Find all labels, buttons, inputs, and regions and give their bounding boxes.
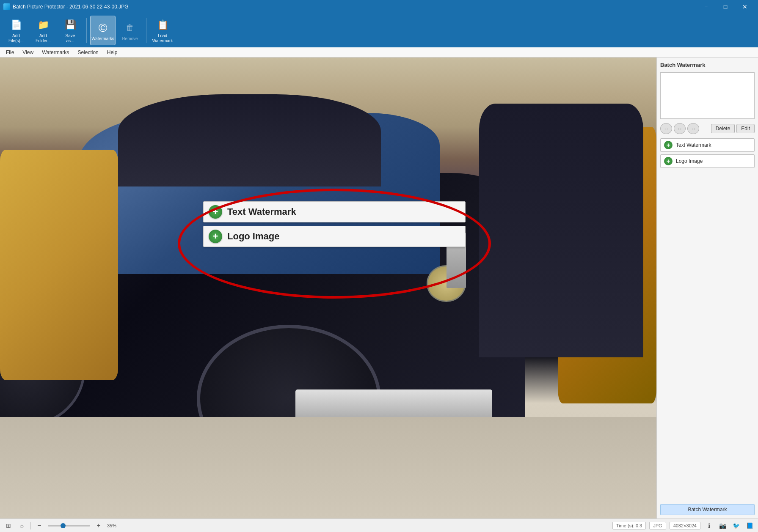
zoom-slider[interactable] <box>48 525 90 527</box>
popup-text-watermark-item[interactable]: + Text Watermark <box>203 201 466 222</box>
toolbar-separator-1 <box>86 18 87 43</box>
load-watermark-icon: 📋 <box>155 17 170 33</box>
main-area: + Text Watermark + Logo Image Batch Wate… <box>0 58 758 518</box>
panel-text-watermark-label: Text Watermark <box>676 142 711 148</box>
popup-logo-image-label: Logo Image <box>227 231 279 242</box>
batch-watermark-button[interactable]: Batch Watermark <box>660 504 755 515</box>
status-icon-left[interactable]: ⊞ <box>3 521 14 531</box>
close-button[interactable]: ✕ <box>735 0 755 14</box>
menu-watermarks[interactable]: Watermarks <box>38 49 73 56</box>
toolbar-watermarks[interactable]: © Watermarks <box>90 16 116 45</box>
toolbar: 📄 AddFile(s)... 📁 AddFolder... 💾 Saveas.… <box>0 14 758 47</box>
facebook-icon[interactable]: 📘 <box>744 521 755 531</box>
toolbar-save-as[interactable]: 💾 Saveas... <box>58 16 83 45</box>
toolbar-load-watermark[interactable]: 📋 LoadWatermark <box>150 16 175 45</box>
panel-spacer-bottom <box>660 170 755 502</box>
load-watermark-label: LoadWatermark <box>152 33 173 44</box>
panel-text-watermark-item[interactable]: + Text Watermark <box>660 138 755 152</box>
window-controls: − □ ✕ <box>696 0 755 14</box>
add-folder-label: AddFolder... <box>36 33 51 44</box>
image-area: + Text Watermark + Logo Image <box>0 58 656 518</box>
panel-icon-btn-1[interactable]: ○ <box>660 123 672 134</box>
watermarks-icon: © <box>95 20 110 36</box>
panel-logo-image-icon: + <box>664 157 673 165</box>
zoom-level: 35% <box>107 523 116 528</box>
menu-file[interactable]: File <box>2 49 18 56</box>
menu-view[interactable]: View <box>18 49 38 56</box>
status-icon-sun[interactable]: ☼ <box>17 521 27 531</box>
app-icon <box>3 3 10 10</box>
panel-title: Batch Watermark <box>660 61 755 70</box>
title-bar: Batch Picture Protector - 2021-06-30 22-… <box>0 0 758 14</box>
menu-help[interactable]: Help <box>103 49 122 56</box>
remove-label: Remove <box>122 36 138 41</box>
remove-icon: 🗑 <box>122 20 138 36</box>
popup-logo-image-add-btn[interactable]: + <box>209 230 222 243</box>
menu-selection[interactable]: Selection <box>73 49 102 56</box>
add-files-label: AddFile(s)... <box>8 33 24 44</box>
toolbar-add-files[interactable]: 📄 AddFile(s)... <box>3 16 29 45</box>
window-title: Batch Picture Protector - 2021-06-30 22-… <box>13 4 128 10</box>
panel-logo-image-item[interactable]: + Logo Image <box>660 154 755 168</box>
toolbar-add-folder[interactable]: 📁 AddFolder... <box>30 16 56 45</box>
watermarks-label: Watermarks <box>91 36 114 41</box>
popup-text-watermark-label: Text Watermark <box>227 206 296 217</box>
zoom-thumb <box>61 523 66 528</box>
format-info: JPG <box>649 522 666 529</box>
time-info: Time (s): 0.3 <box>612 522 646 529</box>
dimensions-info: 4032×3024 <box>670 522 700 529</box>
panel-text-watermark-icon: + <box>664 141 673 149</box>
toolbar-separator-2 <box>146 18 146 43</box>
watermark-popup: + Text Watermark + Logo Image <box>203 201 466 250</box>
panel-icon-btn-2[interactable]: ○ <box>674 123 686 134</box>
panel-icon-btn-3[interactable]: ○ <box>687 123 699 134</box>
menubar: File View Watermarks Selection Help <box>0 47 758 58</box>
twitter-icon[interactable]: 🐦 <box>731 521 741 531</box>
save-as-icon: 💾 <box>63 17 78 33</box>
delete-button[interactable]: Delete <box>711 124 735 133</box>
panel-toolbar: ○ ○ ○ Delete Edit <box>660 123 755 134</box>
edit-button[interactable]: Edit <box>736 124 755 133</box>
popup-text-watermark-add-btn[interactable]: + <box>209 205 222 219</box>
camera-icon[interactable]: 📷 <box>717 521 728 531</box>
status-bar: ⊞ ☼ − + 35% Time (s): 0.3 JPG 4032×3024 … <box>0 518 758 532</box>
car-image <box>0 58 656 518</box>
zoom-out-btn[interactable]: − <box>34 521 44 531</box>
popup-logo-image-item[interactable]: + Logo Image <box>203 226 466 247</box>
right-panel: Batch Watermark ○ ○ ○ Delete Edit + Text… <box>656 58 758 518</box>
minimize-button[interactable]: − <box>696 0 716 14</box>
status-sep-1 <box>30 522 31 529</box>
maximize-button[interactable]: □ <box>716 0 735 14</box>
title-bar-left: Batch Picture Protector - 2021-06-30 22-… <box>3 3 128 10</box>
add-files-icon: 📄 <box>8 17 24 33</box>
panel-preview-box <box>660 72 755 119</box>
toolbar-remove[interactable]: 🗑 Remove <box>117 16 143 45</box>
panel-logo-image-label: Logo Image <box>676 158 703 164</box>
status-right: Time (s): 0.3 JPG 4032×3024 ℹ 📷 🐦 📘 <box>612 521 755 531</box>
save-as-label: Saveas... <box>66 33 75 44</box>
zoom-in-btn[interactable]: + <box>94 521 104 531</box>
add-folder-icon: 📁 <box>36 17 51 33</box>
info-icon[interactable]: ℹ <box>704 521 714 531</box>
